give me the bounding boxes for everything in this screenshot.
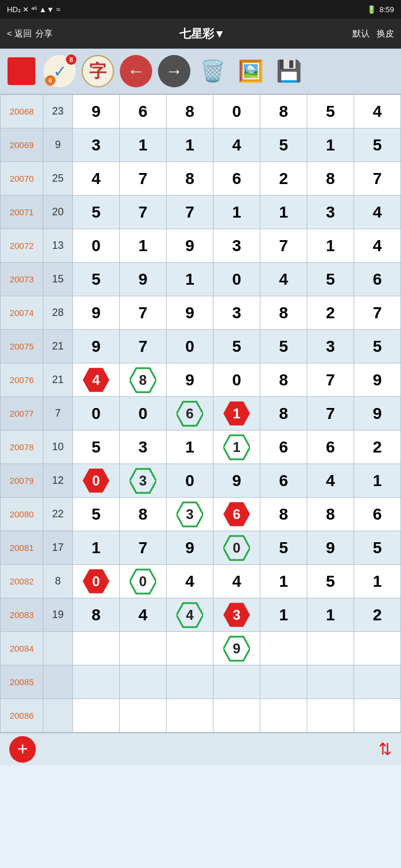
cell-d5[interactable]: 1	[260, 565, 307, 598]
cell-d2[interactable]: 8	[119, 363, 166, 397]
cell-d6[interactable]: 2	[307, 296, 354, 330]
cell-d4[interactable]: 0	[213, 263, 260, 296]
cell-d4[interactable]: 0	[213, 531, 260, 565]
cell-d7[interactable]: 7	[354, 162, 400, 196]
cell-d2[interactable]: 1	[119, 128, 166, 162]
cell-d1[interactable]: 9	[72, 296, 119, 330]
cell-d1[interactable]: 5	[72, 431, 119, 464]
cell-d2[interactable]: 1	[119, 229, 166, 263]
cell-d7[interactable]: 2	[354, 598, 400, 632]
cell-d6[interactable]: 1	[307, 128, 354, 162]
table-row[interactable]: 20073155910456	[1, 263, 401, 296]
cell-d7[interactable]: 5	[354, 128, 400, 162]
table-row[interactable]: 2006993114515	[1, 128, 401, 162]
cell-d1[interactable]: 5	[72, 498, 119, 531]
cell-d6[interactable]: 4	[307, 464, 354, 498]
cell-d3[interactable]: 9	[166, 229, 213, 263]
table-row[interactable]: 20071205771134	[1, 196, 401, 229]
cell-d1[interactable]	[72, 632, 119, 665]
cell-d4[interactable]: 0	[213, 363, 260, 397]
cell-d5[interactable]	[260, 665, 307, 699]
cell-d1[interactable]	[72, 699, 119, 733]
cell-d1[interactable]: 4	[72, 363, 119, 397]
cell-d6[interactable]: 6	[307, 431, 354, 464]
cell-d5[interactable]	[260, 632, 307, 665]
table-row[interactable]: 2008117179 0 595	[1, 531, 401, 565]
cell-d5[interactable]	[260, 699, 307, 733]
cell-d1[interactable]: 0	[72, 397, 119, 431]
cell-d2[interactable]: 7	[119, 196, 166, 229]
cell-d4[interactable]: 6	[213, 162, 260, 196]
cell-d3[interactable]: 9	[166, 363, 213, 397]
red-square-button[interactable]	[3, 53, 39, 89]
cell-d6[interactable]: 8	[307, 498, 354, 531]
cell-d6[interactable]: 7	[307, 397, 354, 431]
cell-d1[interactable]: 8	[72, 598, 119, 632]
cell-d5[interactable]: 6	[260, 464, 307, 498]
cell-d3[interactable]	[166, 699, 213, 733]
cell-d1[interactable]	[72, 665, 119, 699]
cell-d5[interactable]: 8	[260, 397, 307, 431]
table-row[interactable]: 20072130193714	[1, 229, 401, 263]
cell-d3[interactable]: 4	[166, 598, 213, 632]
cell-d6[interactable]: 3	[307, 330, 354, 363]
cell-d1[interactable]: 3	[72, 128, 119, 162]
cell-d6[interactable]: 7	[307, 363, 354, 397]
table-row[interactable]: 2008280 0 44151	[1, 565, 401, 598]
cell-d4[interactable]: 5	[213, 330, 260, 363]
cell-d2[interactable]: 7	[119, 162, 166, 196]
table-row[interactable]: 20077700 6 1879	[1, 397, 401, 431]
cell-d5[interactable]: 5	[260, 531, 307, 565]
table-row[interactable]: 200831984 4 3112	[1, 598, 401, 632]
cell-d4[interactable]: 1	[213, 196, 260, 229]
cell-d6[interactable]: 3	[307, 196, 354, 229]
cell-d7[interactable]	[354, 699, 400, 733]
cell-d4[interactable]: 9	[213, 464, 260, 498]
cell-d3[interactable]: 8	[166, 95, 213, 128]
table-row[interactable]: 20070254786287	[1, 162, 401, 196]
cell-d5[interactable]: 5	[260, 330, 307, 363]
table-row[interactable]: 20076214 8 90879	[1, 363, 401, 397]
skin-button[interactable]: 换皮	[377, 28, 394, 39]
cell-d4[interactable]: 3	[213, 296, 260, 330]
cell-d1[interactable]: 0	[72, 464, 119, 498]
cell-d3[interactable]: 1	[166, 128, 213, 162]
check-button[interactable]: ✓ 8 6	[42, 53, 78, 89]
cell-d1[interactable]: 9	[72, 95, 119, 128]
cell-d7[interactable]	[354, 632, 400, 665]
cell-d4[interactable]	[213, 665, 260, 699]
cell-d1[interactable]: 5	[72, 196, 119, 229]
cell-d6[interactable]: 5	[307, 565, 354, 598]
table-row[interactable]: 20086	[1, 699, 401, 733]
cell-d3[interactable]: 8	[166, 162, 213, 196]
arrow-left-button[interactable]: ←	[118, 53, 154, 89]
cell-d1[interactable]: 1	[72, 531, 119, 565]
cell-d4[interactable]: 4	[213, 128, 260, 162]
cell-d7[interactable]: 4	[354, 196, 400, 229]
cell-d2[interactable]	[119, 699, 166, 733]
cell-d2[interactable]: 6	[119, 95, 166, 128]
cell-d7[interactable]	[354, 665, 400, 699]
cell-d5[interactable]: 8	[260, 95, 307, 128]
cell-d5[interactable]: 6	[260, 431, 307, 464]
title-arrow[interactable]: ▾	[216, 27, 222, 41]
cell-d6[interactable]: 9	[307, 531, 354, 565]
cell-d6[interactable]: 5	[307, 95, 354, 128]
table-row[interactable]: 2007810531 1 662	[1, 431, 401, 464]
photo-button[interactable]: 🖼️	[233, 53, 268, 89]
cell-d7[interactable]: 9	[354, 363, 400, 397]
cell-d3[interactable]	[166, 665, 213, 699]
cell-d6[interactable]	[307, 632, 354, 665]
cell-d1[interactable]: 4	[72, 162, 119, 196]
table-row[interactable]: 20085	[1, 665, 401, 699]
back-button[interactable]: < 返回 分享	[7, 28, 53, 39]
cell-d2[interactable]: 0	[119, 397, 166, 431]
cell-d2[interactable]: 3	[119, 431, 166, 464]
cell-d7[interactable]: 5	[354, 531, 400, 565]
cell-d2[interactable]: 0	[119, 565, 166, 598]
cell-d3[interactable]: 0	[166, 330, 213, 363]
cell-d1[interactable]: 0	[72, 565, 119, 598]
cell-d3[interactable]: 9	[166, 296, 213, 330]
cell-d4[interactable]: 3	[213, 229, 260, 263]
cell-d5[interactable]: 8	[260, 296, 307, 330]
